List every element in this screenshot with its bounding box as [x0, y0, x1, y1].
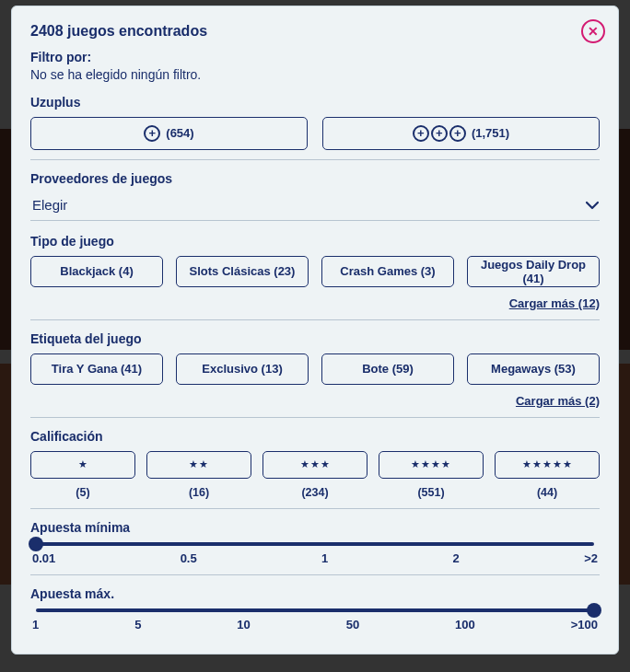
- game-type-chip[interactable]: Slots Clásicas (23): [176, 256, 309, 287]
- game-type-chip[interactable]: Blackjack (4): [30, 256, 163, 287]
- results-title: 2408 juegos encontrados: [30, 23, 600, 40]
- divider: [30, 574, 600, 575]
- rating-button-4[interactable]: ★★★★: [379, 451, 484, 479]
- chevron-down-icon: [585, 198, 598, 211]
- uzuplus-single-count: (654): [166, 126, 193, 140]
- plus-icon: +: [449, 125, 466, 142]
- rating-heading: Calificación: [30, 429, 600, 444]
- slider-tick-label: 100: [455, 618, 475, 631]
- game-tag-chip[interactable]: Exclusivo (13): [176, 353, 309, 385]
- min-bet-heading: Apuesta mínima: [30, 520, 600, 535]
- max-bet-thumb[interactable]: [587, 603, 601, 618]
- slider-tick-label: 1: [32, 618, 39, 631]
- rating-button-3[interactable]: ★★★: [262, 451, 368, 479]
- game-tag-load-more[interactable]: Cargar más (2): [30, 394, 600, 408]
- rating-button-5[interactable]: ★★★★★: [495, 451, 600, 479]
- divider: [30, 417, 600, 418]
- rating-button-2[interactable]: ★★: [146, 451, 251, 479]
- close-button[interactable]: ✕: [581, 19, 605, 43]
- game-tag-chip[interactable]: Megaways (53): [467, 353, 600, 385]
- game-tag-chip[interactable]: Bote (59): [321, 353, 454, 385]
- uzuplus-single-button[interactable]: + (654): [30, 117, 308, 150]
- slider-tick-label: 2: [453, 551, 460, 565]
- filter-modal: ✕ 2408 juegos encontrados Filtro por: No…: [11, 6, 619, 655]
- close-icon: ✕: [588, 25, 599, 38]
- slider-tick-label: 0.01: [32, 551, 55, 565]
- slider-tick-label: >2: [584, 551, 598, 565]
- filter-by-label: Filtro por:: [30, 49, 600, 67]
- min-bet-thumb[interactable]: [29, 537, 43, 551]
- providers-heading: Proveedores de juegos: [30, 171, 600, 186]
- game-tag-heading: Etiqueta del juego: [30, 331, 600, 346]
- plus-icon: +: [144, 125, 160, 142]
- game-type-load-more[interactable]: Cargar más (12): [30, 296, 600, 310]
- plus-icon: +: [413, 125, 429, 142]
- rating-button-1[interactable]: ★: [30, 451, 135, 479]
- providers-select-value: Elegir: [32, 197, 67, 213]
- uzuplus-multi-button[interactable]: + + + (1,751): [322, 117, 600, 150]
- divider: [30, 159, 600, 160]
- slider-tick-label: 5: [134, 618, 141, 631]
- uzuplus-multi-count: (1,751): [472, 126, 509, 140]
- slider-tick-label: 1: [321, 551, 328, 565]
- divider: [30, 319, 600, 320]
- rating-count: (5): [76, 486, 89, 499]
- game-type-heading: Tipo de juego: [30, 234, 600, 249]
- slider-tick-label: 0.5: [181, 551, 197, 565]
- game-type-chip[interactable]: Juegos Daily Drop (41): [467, 256, 600, 287]
- plus-icon: +: [431, 125, 448, 142]
- divider: [30, 508, 600, 509]
- rating-count: (234): [301, 486, 328, 499]
- slider-tick-label: >100: [571, 618, 598, 631]
- max-bet-slider[interactable]: [36, 608, 594, 612]
- game-tag-chip[interactable]: Tira Y Gana (41): [30, 353, 163, 385]
- max-bet-heading: Apuesta máx.: [30, 586, 600, 601]
- rating-count: (16): [189, 486, 209, 499]
- slider-tick-label: 10: [237, 618, 250, 631]
- min-bet-slider[interactable]: [36, 542, 594, 546]
- game-type-chip[interactable]: Crash Games (3): [321, 256, 454, 287]
- rating-count: (551): [417, 486, 444, 499]
- rating-count: (44): [537, 486, 557, 499]
- uzuplus-heading: Uzuplus: [30, 95, 600, 110]
- providers-select[interactable]: Elegir: [30, 193, 600, 221]
- filter-status: No se ha elegido ningún filtro.: [30, 67, 600, 82]
- slider-tick-label: 50: [346, 618, 359, 631]
- plus-icon-group: + + +: [413, 125, 466, 142]
